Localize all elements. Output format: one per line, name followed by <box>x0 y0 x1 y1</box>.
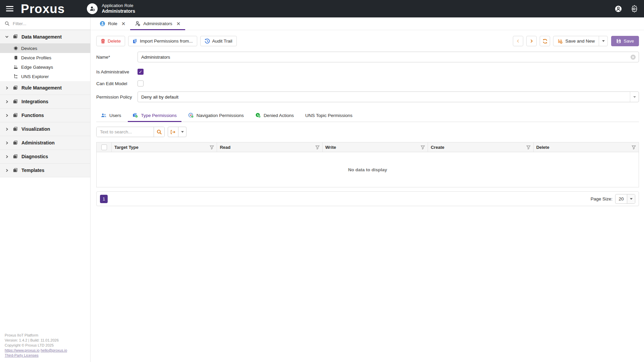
permission-policy-select[interactable]: Deny all by default <box>138 92 639 102</box>
navigation-permissions-icon <box>188 113 194 118</box>
select-all-checkbox[interactable] <box>101 144 107 150</box>
context-header: Application Role Administrators <box>87 3 135 14</box>
footer-copyright: Copyright © Proxus LTD 2025 <box>5 343 67 348</box>
name-value: Administrators <box>141 55 170 60</box>
save-button[interactable]: Save <box>611 36 639 46</box>
save-and-new-caret[interactable] <box>599 36 607 46</box>
app-header: Proxus Application Role Administrators <box>0 0 644 17</box>
sidebar-item-devices[interactable]: Devices <box>0 44 90 53</box>
package-icon <box>13 140 18 145</box>
chevron-right-icon <box>5 100 9 104</box>
column-header-write[interactable]: Write <box>323 142 428 152</box>
tab-type-permissions[interactable]: Type Permissions <box>128 110 181 122</box>
audit-trail-button[interactable]: Audit Trail <box>200 36 237 46</box>
platform-footer: Proxus IIoT Platform Version: 1.4.2 | Bu… <box>5 333 67 358</box>
export-icon <box>170 130 176 134</box>
is-administrative-checkbox[interactable]: ✓ <box>138 69 144 75</box>
export-button[interactable] <box>168 127 178 137</box>
sidebar: Data Management Devices Device Profiles … <box>0 17 91 362</box>
sidebar-item-administration[interactable]: Administration <box>0 136 90 150</box>
footer-email-link[interactable]: hello@proxus.io <box>41 348 67 352</box>
page-size-select[interactable]: 20 <box>615 194 635 204</box>
permission-tabs: Users Type Permissions Navigation Permis… <box>96 110 639 122</box>
tab-uns-topic-permissions[interactable]: UNS Topic Permissions <box>301 110 357 122</box>
column-header-read[interactable]: Read <box>217 142 322 152</box>
sidebar-item-data-management[interactable]: Data Management <box>0 30 90 44</box>
tab-users[interactable]: Users <box>96 110 126 122</box>
grid-pager: 1 Page Size: 20 <box>96 191 639 206</box>
package-icon <box>13 113 18 118</box>
grid-empty-message: No data to display <box>97 152 639 187</box>
footer-product: Proxus IIoT Platform <box>5 333 67 338</box>
package-icon <box>13 99 18 104</box>
grid-search-input[interactable] <box>97 127 154 137</box>
name-label: Name* <box>96 55 138 60</box>
package-icon <box>13 127 18 132</box>
prev-record-button[interactable] <box>513 36 523 46</box>
save-plus-icon <box>557 39 563 44</box>
export-caret[interactable] <box>178 127 186 137</box>
sidebar-item-diagnostics[interactable]: Diagnostics <box>0 150 90 164</box>
sidebar-item-visualization[interactable]: Visualization <box>0 122 90 136</box>
column-header-delete[interactable]: Delete <box>534 142 639 152</box>
hamburger-menu-icon[interactable] <box>6 6 13 11</box>
is-administrative-label: Is Administrative <box>96 69 138 74</box>
sidebar-item-edge-gateways[interactable]: Edge Gateways <box>0 62 90 72</box>
account-icon[interactable] <box>614 5 622 13</box>
column-header-target-type[interactable]: Target Type <box>112 142 217 152</box>
footer-website-link[interactable]: https://www.proxus.io <box>5 348 40 352</box>
refresh-icon <box>542 39 548 44</box>
package-icon <box>13 168 18 173</box>
name-field[interactable]: Administrators <box>138 52 639 62</box>
filter-funnel-icon[interactable] <box>526 145 531 149</box>
sidebar-item-integrations[interactable]: Integrations <box>0 95 90 109</box>
filter-funnel-icon[interactable] <box>315 145 320 149</box>
package-icon <box>13 154 18 159</box>
copy-pages-icon <box>132 39 138 44</box>
search-icon <box>5 21 10 26</box>
history-icon <box>205 39 210 44</box>
sidebar-item-rule-management[interactable]: Rule Management <box>0 81 90 95</box>
can-edit-model-checkbox[interactable] <box>138 80 144 86</box>
chevron-right-icon <box>529 39 534 43</box>
settings-gear-icon[interactable] <box>630 5 638 13</box>
sidebar-item-device-profiles[interactable]: Device Profiles <box>0 53 90 62</box>
close-icon[interactable]: ✕ <box>176 21 181 27</box>
document-tabs: Role ✕ Administrators ✕ <box>91 17 644 30</box>
profile-card-icon <box>13 55 18 60</box>
tab-denied-actions[interactable]: Denied Actions <box>251 110 299 122</box>
tab-administrators[interactable]: Administrators ✕ <box>130 17 185 30</box>
sidebar-filter-input[interactable] <box>13 21 73 26</box>
sidebar-item-uns-explorer[interactable]: UNS Explorer <box>0 72 90 81</box>
sidebar-item-functions[interactable]: Functions <box>0 109 90 122</box>
import-permissions-button[interactable]: Import Permissions from... <box>128 36 197 46</box>
save-icon <box>616 39 621 44</box>
sidebar-item-templates[interactable]: Templates <box>0 164 90 177</box>
filter-funnel-icon[interactable] <box>210 145 214 149</box>
grid-toolbar <box>96 127 639 137</box>
next-record-button[interactable] <box>526 36 537 46</box>
refresh-button[interactable] <box>540 36 550 46</box>
close-icon[interactable]: ✕ <box>121 21 126 27</box>
delete-button[interactable]: Delete <box>96 36 125 46</box>
page-1-button[interactable]: 1 <box>100 195 108 203</box>
chevron-left-icon <box>516 39 520 43</box>
can-edit-model-label: Can Edit Model <box>96 81 138 86</box>
column-header-create[interactable]: Create <box>428 142 533 152</box>
grid-search-button[interactable] <box>154 127 164 137</box>
type-permissions-icon <box>132 113 138 118</box>
export-split-button <box>168 127 186 137</box>
filter-funnel-icon[interactable] <box>632 145 636 149</box>
tab-role[interactable]: Role ✕ <box>95 17 130 30</box>
tab-navigation-permissions[interactable]: Navigation Permissions <box>183 110 249 122</box>
permission-policy-label: Permission Policy <box>96 95 138 100</box>
chip-icon <box>13 46 18 51</box>
footer-licenses-link[interactable]: Third-Party Licenses <box>5 353 39 357</box>
gateway-icon <box>13 65 18 69</box>
clear-icon[interactable] <box>630 54 636 60</box>
role-avatar-icon <box>87 3 98 14</box>
chevron-down-icon <box>627 194 635 203</box>
footer-version: Version: 1.4.2 | Build: 11.01.2026 <box>5 338 67 343</box>
filter-funnel-icon[interactable] <box>421 145 425 149</box>
save-and-new-button[interactable]: Save and New <box>553 36 599 46</box>
